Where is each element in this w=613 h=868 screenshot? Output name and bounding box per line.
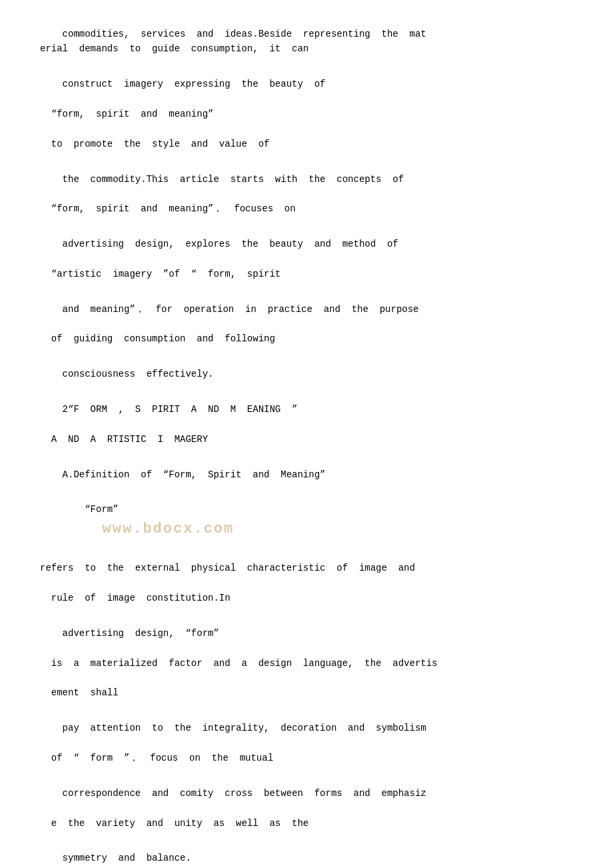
- paragraph-12: pay attention to the integrality, decora…: [40, 721, 573, 765]
- watermark: www.bdocx.com: [103, 517, 235, 541]
- form-quote: “Form”: [63, 504, 119, 515]
- paragraph-7: 2“F ORM , S PIRIT A ND M EANING ” A ND A…: [40, 402, 573, 447]
- paragraph-10: refers to the external physical characte…: [40, 561, 573, 605]
- paragraph-11: advertising design, “form” is a material…: [40, 626, 573, 701]
- paragraph-3: the commodity.This article starts with t…: [40, 172, 573, 217]
- paragraph-5: and meaning”， for operation in practice …: [40, 302, 573, 347]
- paragraph-2: construct imagery expressing the beauty …: [40, 77, 573, 151]
- paragraph-8: A.Definition of “Form, Spirit and Meanin…: [40, 467, 573, 482]
- paragraph-4: advertising design, explores the beauty …: [40, 237, 573, 281]
- paragraph-6: consciousness effectively.: [40, 367, 573, 381]
- paragraph-9: “Form” www.bdocx.com: [40, 487, 573, 555]
- paragraph-14: symmetry and balance.: [40, 851, 573, 865]
- paragraph-1: commodities, services and ideas.Beside r…: [40, 27, 573, 57]
- paragraph-13: correspondence and comity cross between …: [40, 786, 573, 831]
- document-content: commodities, services and ideas.Beside r…: [40, 27, 573, 868]
